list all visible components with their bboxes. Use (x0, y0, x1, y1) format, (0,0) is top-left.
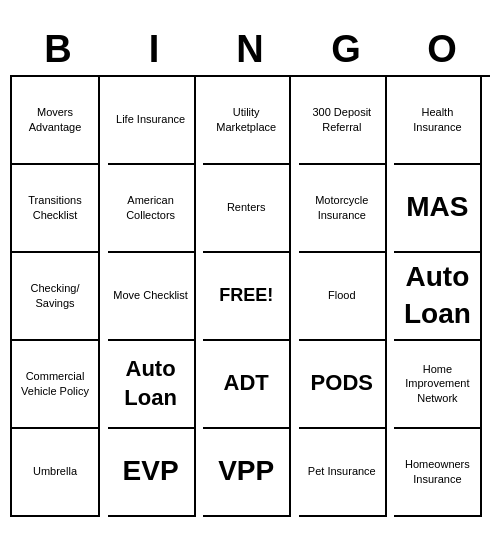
bingo-cell-0-1: Life Insurance (108, 77, 196, 165)
bingo-cell-4-1: EVP (108, 429, 196, 517)
bingo-card: BINGO Movers AdvantageLife InsuranceUtil… (10, 28, 490, 517)
bingo-cell-3-2: ADT (203, 341, 291, 429)
bingo-cell-1-3: Motorcycle Insurance (299, 165, 387, 253)
bingo-cell-4-0: Umbrella (12, 429, 100, 517)
bingo-cell-4-4: Homeowners Insurance (394, 429, 482, 517)
bingo-cell-3-4: Home Improvement Network (394, 341, 482, 429)
bingo-letter: O (398, 28, 486, 71)
bingo-grid: Movers AdvantageLife InsuranceUtility Ma… (10, 75, 490, 517)
bingo-cell-3-3: PODS (299, 341, 387, 429)
bingo-cell-0-0: Movers Advantage (12, 77, 100, 165)
bingo-cell-2-2: FREE! (203, 253, 291, 341)
bingo-cell-2-1: Move Checklist (108, 253, 196, 341)
bingo-cell-2-4: Auto Loan (394, 253, 482, 341)
bingo-cell-0-3: 300 Deposit Referral (299, 77, 387, 165)
bingo-cell-2-0: Checking/ Savings (12, 253, 100, 341)
bingo-cell-1-1: American Collectors (108, 165, 196, 253)
bingo-cell-4-2: VPP (203, 429, 291, 517)
bingo-cell-0-4: Health Insurance (394, 77, 482, 165)
bingo-cell-3-0: Commercial Vehicle Policy (12, 341, 100, 429)
bingo-cell-1-4: MAS (394, 165, 482, 253)
bingo-cell-1-2: Renters (203, 165, 291, 253)
bingo-cell-0-2: Utility Marketplace (203, 77, 291, 165)
bingo-letter: I (110, 28, 198, 71)
bingo-header: BINGO (10, 28, 490, 71)
bingo-letter: N (206, 28, 294, 71)
bingo-cell-3-1: Auto Loan (108, 341, 196, 429)
bingo-cell-4-3: Pet Insurance (299, 429, 387, 517)
bingo-cell-2-3: Flood (299, 253, 387, 341)
bingo-cell-1-0: Transitions Checklist (12, 165, 100, 253)
bingo-letter: B (14, 28, 102, 71)
bingo-letter: G (302, 28, 390, 71)
